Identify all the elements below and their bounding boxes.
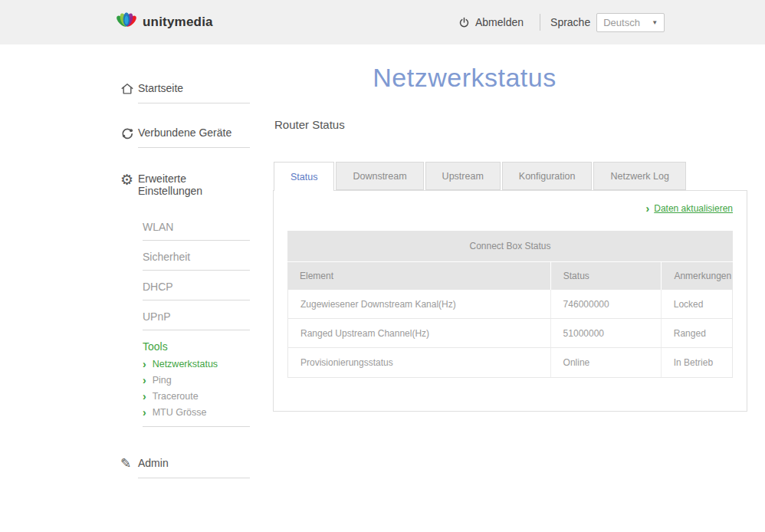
language-select[interactable]: Deutsch ▼ [596,13,665,32]
sidebar-subitem-sicherheit[interactable]: Sicherheit [143,251,250,271]
sidebar-tool-label: MTU Grösse [153,407,207,418]
tab-status[interactable]: Status [274,162,334,191]
header-actions: Abmelden Sprache Deutsch ▼ [458,0,665,44]
chevron-right-icon: › [646,203,650,214]
tab-downstream[interactable]: Downstream [336,162,423,190]
table-cell: Online [550,348,661,377]
sidebar-divider [143,426,250,427]
table-cell: In Betrieb [661,348,732,377]
chevron-right-icon: › [143,391,146,402]
table-column-header: Element [287,262,550,290]
header: unitymedia Abmelden Sprache Deutsch ▼ [0,0,765,44]
sidebar-item-netzwerkstatus[interactable]: › Netzwerkstatus [143,359,250,369]
sidebar-item-verbundene-geraete[interactable]: Verbundene Geräte [115,126,250,148]
chevron-right-icon: › [143,359,146,369]
power-icon [458,17,470,28]
sidebar-item-ping[interactable]: › Ping [143,375,250,386]
sidebar-item-traceroute[interactable]: › Traceroute [143,391,250,402]
refresh-link[interactable]: › Daten aktualisieren [646,203,733,214]
table-row: Ranged Upstream Channel(Hz)51000000Range… [288,319,732,348]
tab-netzwerk-log[interactable]: Netzwerk Log [593,162,685,190]
logout-button[interactable]: Abmelden [458,16,524,28]
sidebar: Startseite Verbundene Geräte ⚙ Erweitert… [115,73,250,478]
sidebar-subitem-upnp[interactable]: UPnP [143,310,250,330]
language-select-value: Deutsch [603,17,640,28]
unitymedia-logo-icon [115,11,138,34]
sidebar-item-startseite[interactable]: Startseite [115,82,250,103]
tools-section: Tools › Netzwerkstatus › Ping › Tracerou… [143,340,250,418]
sidebar-subitem-wlan[interactable]: WLAN [143,221,250,241]
table-column-header: Anmerkungen [661,262,733,290]
brand-logo: unitymedia [115,11,213,34]
refresh-link-label: Daten aktualisieren [654,203,733,214]
tools-links: › Netzwerkstatus › Ping › Traceroute › M… [143,359,250,418]
header-divider [540,14,540,31]
table-cell: Provisionierungsstatus [288,348,550,377]
sidebar-item-label: Admin [138,457,250,478]
section-title: Router Status [274,118,345,131]
sidebar-item-label: Erweiterte Einstellungen [138,172,250,205]
pencil-icon: ✎ [120,457,138,470]
logout-label: Abmelden [475,16,524,28]
sidebar-tool-label: Netzwerkstatus [153,359,218,369]
sidebar-item-mtu-grösse[interactable]: › MTU Grösse [143,407,250,418]
tab-panel: › Daten aktualisieren Connect Box Status… [273,190,747,412]
sidebar-tool-label: Ping [153,375,172,386]
sidebar-item-label: Verbundene Geräte [138,126,250,148]
table-caption: Connect Box Status [287,231,733,261]
router-admin-page: unitymedia Abmelden Sprache Deutsch ▼ [0,0,765,532]
tabs: StatusDownstreamUpstreamKonfigurationNet… [274,162,688,191]
advanced-subnav: WLANSicherheitDHCPUPnP [143,221,250,330]
sidebar-item-erweiterte-einstellungen[interactable]: ⚙ Erweiterte Einstellungen [115,172,250,205]
table-header-row: ElementStatusAnmerkungen [287,261,733,290]
chevron-right-icon: › [143,375,146,386]
table-cell: Locked [661,290,732,318]
sidebar-item-tools[interactable]: Tools [143,340,250,353]
tab-konfiguration[interactable]: Konfiguration [502,162,593,190]
table-row: ProvisionierungsstatusOnlineIn Betrieb [288,348,732,377]
language-label: Sprache [550,16,590,28]
table-cell: 746000000 [550,290,661,318]
sidebar-subitem-dhcp[interactable]: DHCP [143,281,250,300]
tab-upstream[interactable]: Upstream [425,162,501,190]
sidebar-tool-label: Traceroute [153,391,199,402]
table-cell: Ranged Upstream Channel(Hz) [288,319,550,347]
table-row: Zugewiesener Downstream Kanal(Hz)7460000… [288,290,732,319]
sidebar-item-label: Startseite [138,82,250,103]
gear-icon: ⚙ [120,172,138,187]
page-title: Netzwerkstatus [273,63,656,93]
table-cell: Ranged [661,319,732,347]
home-icon [120,82,138,96]
chevron-down-icon: ▼ [652,19,658,26]
status-table: Connect Box Status ElementStatusAnmerkun… [287,231,733,378]
table-body: Zugewiesener Downstream Kanal(Hz)7460000… [287,290,733,378]
table-column-header: Status [550,262,662,290]
table-cell: Zugewiesener Downstream Kanal(Hz) [288,290,550,318]
chevron-right-icon: › [143,407,146,418]
devices-icon [120,126,138,140]
table-cell: 51000000 [550,319,661,347]
brand-name: unitymedia [143,15,213,30]
sidebar-item-admin[interactable]: ✎ Admin [115,457,250,478]
